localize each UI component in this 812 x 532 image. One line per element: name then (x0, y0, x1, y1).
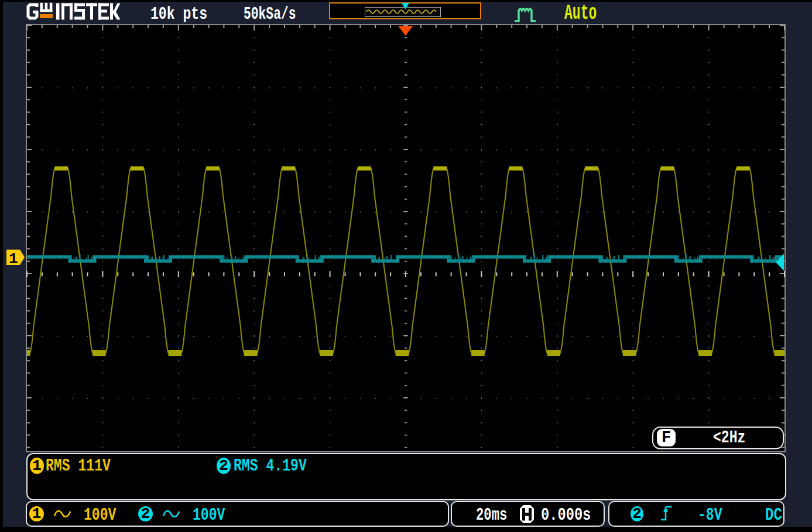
svg-text:1: 1 (9, 250, 18, 268)
